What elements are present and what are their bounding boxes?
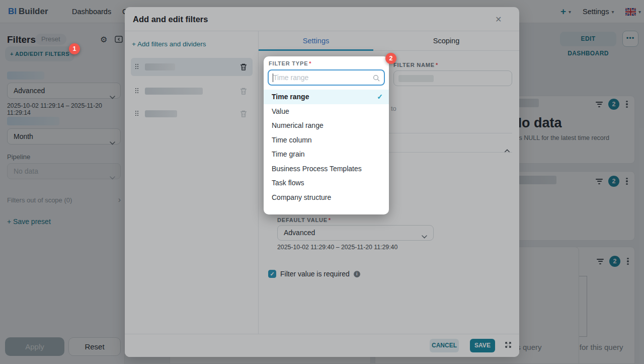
option-label: Value [272, 107, 289, 115]
filter-type-search-input[interactable] [273, 71, 371, 84]
option-label: Business Process Templates [272, 165, 362, 173]
option-label: Time range [272, 93, 309, 101]
tour-step-badge-1: 1 [69, 43, 80, 54]
filter-type-label-text: FILTER TYPE [269, 60, 308, 66]
screen: BIBuilder Dashboards C + ▾ Settings ▾ ▾ … [0, 0, 644, 364]
dropdown-option-task-flows[interactable]: Task flows [264, 176, 389, 190]
tour-step-badge-2: 2 [385, 53, 396, 64]
check-icon: ✓ [377, 93, 383, 101]
dropdown-option-time-range[interactable]: Time range ✓ [264, 90, 389, 104]
search-icon [373, 75, 380, 84]
option-label: Numerical range [272, 121, 324, 129]
filter-type-search-box [268, 69, 385, 86]
option-label: Task flows [272, 179, 304, 187]
filter-type-spotlight: FILTER TYPE* Time range ✓ Value Numerica… [264, 56, 389, 214]
dropdown-option-time-grain[interactable]: Time grain [264, 147, 389, 162]
option-label: Time grain [272, 150, 305, 158]
dropdown-option-value[interactable]: Value [264, 104, 389, 119]
option-label: Time column [272, 136, 312, 144]
dropdown-option-business-process-templates[interactable]: Business Process Templates [264, 162, 389, 176]
filter-type-dropdown: Time range ✓ Value Numerical range Time … [264, 90, 389, 204]
filter-type-label: FILTER TYPE* [269, 60, 311, 66]
dropdown-option-time-column[interactable]: Time column [264, 133, 389, 148]
dropdown-option-company-structure[interactable]: Company structure [264, 190, 389, 205]
dropdown-option-numerical-range[interactable]: Numerical range [264, 118, 389, 133]
option-label: Company structure [272, 193, 331, 201]
required-asterisk: * [309, 60, 311, 66]
